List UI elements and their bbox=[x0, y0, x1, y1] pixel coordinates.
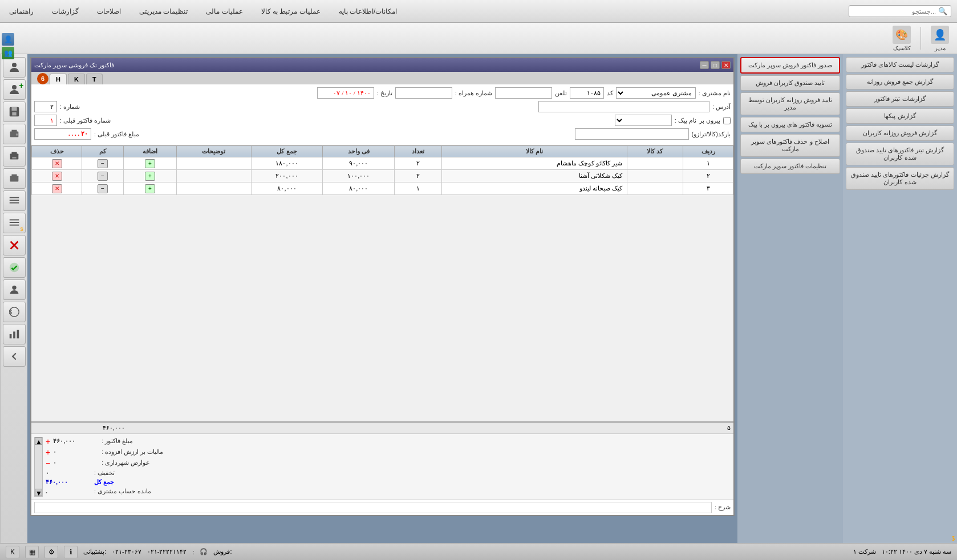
sidebar-btn-approved-detail[interactable]: گزارش جزئیات فاکتورهای تایید صندوق شده ک… bbox=[846, 167, 954, 190]
close-button[interactable]: ✕ bbox=[721, 61, 731, 69]
right-btn-chart[interactable] bbox=[3, 324, 26, 344]
menu-help[interactable]: راهنمانی bbox=[6, 5, 37, 18]
edge-icon-2[interactable]: 👥 bbox=[2, 47, 14, 59]
sidebar-btn-confirm-daily[interactable]: تایید فروش روزانه کاربران توسط مدیر bbox=[740, 92, 840, 115]
right-btn-print[interactable] bbox=[3, 146, 26, 167]
delete-row-button[interactable]: ✕ bbox=[52, 172, 62, 181]
menu-reports[interactable]: گزارشات bbox=[48, 5, 82, 18]
cell-add[interactable]: + bbox=[123, 170, 176, 182]
right-btn-currency[interactable]: $ bbox=[3, 302, 26, 322]
tab-bar: 6 H K T bbox=[31, 72, 733, 84]
barcode-input[interactable] bbox=[575, 128, 689, 140]
cell-delete[interactable]: ✕ bbox=[32, 157, 82, 170]
manager-label: مدیر bbox=[935, 45, 946, 51]
search-box[interactable]: 🔍 bbox=[849, 5, 951, 17]
sub-row-button[interactable]: − bbox=[98, 184, 108, 193]
cell-row-num: ۳ bbox=[683, 182, 733, 195]
companion-phone-input[interactable] bbox=[395, 87, 452, 99]
prev-invoice-input[interactable] bbox=[34, 115, 57, 126]
date-input[interactable] bbox=[317, 87, 374, 99]
biroon-checkbox[interactable] bbox=[723, 117, 731, 124]
code-input[interactable] bbox=[570, 87, 604, 99]
cell-sub[interactable]: − bbox=[82, 170, 124, 182]
delete-row-button[interactable]: ✕ bbox=[52, 184, 62, 193]
right-btn-save[interactable] bbox=[3, 102, 26, 122]
svg-rect-12 bbox=[11, 175, 17, 177]
number-input[interactable] bbox=[34, 101, 57, 112]
sidebar-btn-delivery[interactable]: تسویه فاکتور های بیرون بر با پیک bbox=[740, 117, 840, 132]
svg-point-0 bbox=[12, 63, 17, 67]
cell-sub[interactable]: − bbox=[82, 157, 124, 170]
cell-add[interactable]: + bbox=[123, 157, 176, 170]
search-input[interactable] bbox=[856, 8, 936, 15]
biroon-label: بیرون بر bbox=[699, 117, 720, 124]
sidebar-btn-report-packs[interactable]: گزارش پیکها bbox=[846, 108, 954, 124]
col-row-num: ردیف bbox=[683, 146, 733, 157]
sidebar-btn-approved[interactable]: گزارش تیتر فاکتورهای تایید صندوق شده کار… bbox=[846, 143, 954, 165]
menu-admin[interactable]: تنظیمات مدیریتی bbox=[136, 5, 191, 18]
cell-desc bbox=[176, 170, 251, 182]
svg-point-22 bbox=[12, 286, 16, 290]
menu-goods[interactable]: عملیات مرتبط به کالا bbox=[258, 5, 324, 18]
add-row-button[interactable]: + bbox=[145, 159, 155, 168]
sidebar-btn-edit-delete[interactable]: اصلاح و حذف فاکتورهای سوپر مارکت bbox=[740, 134, 840, 157]
footer-balance: مانده حساب مشتری : . bbox=[46, 488, 731, 495]
cell-code bbox=[627, 182, 683, 195]
sidebar-btn-settings[interactable]: تنظیمات فاکتور سوپر مارکت bbox=[740, 159, 840, 174]
tab-t[interactable]: T bbox=[86, 74, 103, 84]
maximize-button[interactable]: □ bbox=[711, 61, 720, 69]
pick-select[interactable] bbox=[615, 115, 672, 126]
cell-name: کیک شکلاتی آشنا bbox=[442, 170, 627, 182]
menu-base[interactable]: امکانات/اطلاعات پایه bbox=[335, 5, 401, 18]
right-btn-list[interactable] bbox=[3, 190, 26, 211]
cell-desc bbox=[176, 182, 251, 195]
address-input[interactable] bbox=[538, 101, 709, 112]
status-icon-info[interactable]: ℹ bbox=[64, 546, 78, 558]
right-btn-add-customer[interactable]: + bbox=[3, 79, 26, 100]
sidebar-btn-issue-invoice[interactable]: صدور فاکتور فروش سوپر مارکت bbox=[740, 57, 840, 74]
sharh-input[interactable] bbox=[34, 502, 712, 513]
right-btn-print-copy[interactable] bbox=[3, 168, 26, 189]
cell-name: کیک صبحانه لیندو bbox=[442, 182, 627, 195]
manager-button[interactable]: 👤 مدیر bbox=[926, 23, 954, 54]
classic-button[interactable]: 🎨 کلاسیک bbox=[887, 23, 916, 54]
right-btn-back[interactable] bbox=[3, 346, 26, 367]
right-btn-list-money[interactable]: $ bbox=[3, 213, 26, 233]
tab-h[interactable]: H bbox=[50, 74, 67, 84]
cell-add[interactable]: + bbox=[123, 182, 176, 195]
right-btn-print-money[interactable]: $ bbox=[3, 124, 26, 144]
sidebar-btn-user-daily[interactable]: گزارش فروش روزانه کاربران bbox=[846, 125, 954, 141]
cell-delete[interactable]: ✕ bbox=[32, 170, 82, 182]
cell-sub[interactable]: − bbox=[82, 182, 124, 195]
col-desc: توضیحات bbox=[176, 146, 251, 157]
form-row-1: نام مشتری : مشتری عمومی کد تلفن شماره هم… bbox=[34, 87, 731, 99]
menu-financial[interactable]: عملیات مالی bbox=[202, 5, 246, 18]
phone-input[interactable] bbox=[495, 87, 552, 99]
add-row-button[interactable]: + bbox=[145, 172, 155, 181]
svg-rect-17 bbox=[9, 222, 19, 223]
tab-k[interactable]: K bbox=[68, 74, 85, 84]
sub-row-button[interactable]: − bbox=[98, 159, 108, 168]
col-unit-price: فی واحد bbox=[323, 146, 395, 157]
left-edge-icons: 👤 👥 bbox=[0, 31, 16, 61]
add-row-button[interactable]: + bbox=[145, 184, 155, 193]
right-btn-cancel[interactable] bbox=[3, 235, 26, 255]
status-icon-grid[interactable]: ▦ bbox=[25, 546, 39, 558]
right-btn-person[interactable] bbox=[3, 279, 26, 300]
sidebar-mid: صدور فاکتور فروش سوپر مارکت تایید صندوق … bbox=[737, 54, 843, 543]
minimize-button[interactable]: ─ bbox=[700, 61, 709, 69]
sub-row-button[interactable]: − bbox=[98, 172, 108, 181]
status-icon-k[interactable]: K bbox=[6, 546, 19, 558]
edge-icon-1[interactable]: 👤 bbox=[2, 33, 14, 46]
status-icon-settings[interactable]: ⚙ bbox=[44, 546, 58, 558]
sidebar-btn-confirm-cashier[interactable]: تایید صندوق کاربران فروش bbox=[740, 75, 840, 91]
delete-row-button[interactable]: ✕ bbox=[52, 159, 62, 168]
col-total: جمع کل bbox=[251, 146, 323, 157]
sidebar-btn-report-items[interactable]: گزارشات لیست کالاهای فاکتور bbox=[846, 57, 954, 72]
sidebar-btn-invoice-header[interactable]: گزارشات تیتر فاکتور bbox=[846, 91, 954, 107]
right-btn-confirm[interactable] bbox=[3, 257, 26, 278]
customer-select[interactable]: مشتری عمومی bbox=[616, 87, 696, 99]
cell-delete[interactable]: ✕ bbox=[32, 182, 82, 195]
sidebar-btn-daily-sales[interactable]: گزارش جمع فروش روزانه bbox=[846, 74, 954, 90]
menu-corrections[interactable]: اصلاحات bbox=[94, 5, 124, 18]
